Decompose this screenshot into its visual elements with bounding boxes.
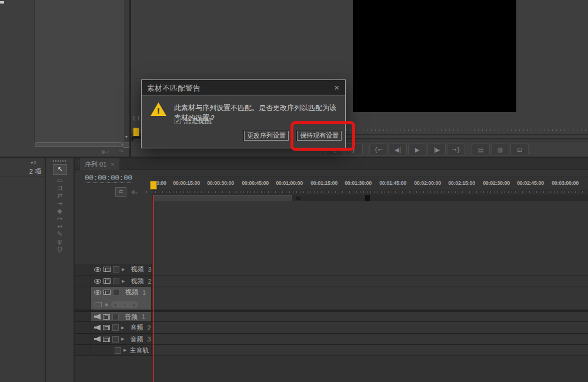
display-style-icon[interactable] [95,302,102,307]
track-lock-checkbox[interactable] [113,266,119,273]
track-row-audio-2: ▶ 音频2 [75,322,588,334]
annotation-highlight-box [290,121,355,151]
dialog-title-bar[interactable]: 素材不匹配警告 × [142,80,345,95]
change-sequence-settings-button[interactable]: 更改序列设置 [244,131,289,141]
track-lane-video-2[interactable] [152,275,588,287]
timeline-empty-area [75,356,588,382]
zoom-tool-button[interactable]: Ϙ [46,245,74,253]
go-to-in-button[interactable]: {← [369,144,387,155]
keyframe-nav-control[interactable]: ◀ ● ▶ [111,301,138,308]
pen-tool-button[interactable]: ✎ [46,230,74,238]
track-number: 3 [148,266,151,273]
track-lane-audio-1[interactable] [152,312,588,321]
ruler-tick-label: 00:02:00:00 [414,180,441,186]
monitor-playhead[interactable] [133,128,139,136]
track-lock-checkbox[interactable] [112,324,119,331]
tab-close-icon[interactable]: × [111,161,114,168]
sync-lock-icon[interactable] [103,278,111,284]
panel-divider[interactable] [129,0,131,157]
lift-button[interactable]: ▤ [472,144,490,155]
horizontal-scrollbar-thumb[interactable] [35,142,123,147]
set-marker-button[interactable]: ◗ [145,188,148,195]
track-lane-audio-2[interactable] [152,322,588,333]
eye-icon[interactable] [94,267,101,272]
track-lane-audio-3[interactable] [152,334,588,344]
chapter-marker-icon: ◆ [131,188,136,195]
track-header-audio-3[interactable]: ▶ 音频3 [91,334,152,344]
track-header-audio-2[interactable]: ▶ 音频2 [91,322,152,333]
track-lock-checkbox[interactable] [113,289,119,295]
selection-tool-button[interactable]: ↖ [53,164,67,175]
timeline-ruler[interactable]: 00:00 00:00:15:00 00:00:30:00 00:00:45:0… [152,177,588,190]
play-audio-icon[interactable]: ▶♪ [102,148,109,155]
always-remind-row[interactable]: ✓ 总是提醒 [175,116,212,126]
collapse-triangle-icon[interactable]: ▶ [121,325,124,330]
speaker-icon[interactable] [94,314,101,320]
collapse-triangle-icon[interactable]: ▶ [121,337,124,341]
tab-sequence-01[interactable]: 序列 01× [80,158,119,170]
collapse-triangle-icon[interactable]: ▶ [122,267,125,272]
razor-tool-button[interactable]: ◆ [46,207,74,215]
work-area-end-cap[interactable] [365,195,370,201]
scroll-down-icon[interactable]: ▼ [124,135,129,139]
track-lane-video-1[interactable] [152,287,588,310]
panel-menu-icon[interactable]: ▾≡ [31,160,37,165]
panel-grip[interactable] [53,160,67,162]
eye-icon[interactable] [94,290,101,295]
track-name: 视频 [131,277,143,285]
sync-lock-icon[interactable] [103,337,110,342]
go-to-out-button[interactable]: →} [447,144,465,155]
sync-lock-icon[interactable] [103,267,111,272]
slide-tool-button[interactable]: ↔ [46,222,74,230]
track-lane-video-3[interactable] [152,264,588,275]
keyframe-diamond-icon[interactable]: ◆ [105,302,108,307]
track-header-master[interactable]: ▶ 主音轨 ▶◀ [91,345,152,356]
track-lock-checkbox[interactable] [115,347,121,354]
export-frame-button[interactable]: ⊡ [510,144,529,155]
next-keyframe-icon[interactable]: ▶ [133,303,136,307]
playhead-handle[interactable] [150,181,157,190]
play-button[interactable]: ▶ [408,144,426,155]
track-select-tool-button[interactable]: ▭ [46,177,74,184]
sync-lock-icon[interactable] [103,325,110,330]
track-name: 音频 [125,313,138,321]
rate-stretch-tool-button[interactable]: ⇥ [46,200,74,207]
speaker-icon[interactable] [94,336,101,342]
track-header-video-3[interactable]: ▶ 视频3 [91,264,152,275]
timecode-display[interactable]: 00:00:00:00 [85,173,132,183]
always-remind-checkbox[interactable]: ✓ [175,118,181,124]
snap-toggle-button[interactable]: ⊂ [115,187,126,197]
speaker-icon[interactable] [94,325,101,331]
dialog-close-icon[interactable]: × [334,82,339,92]
track-header-video-2[interactable]: ▶ 视频2 [91,275,152,287]
track-header-video-1[interactable]: 视频1 ◆ ◀ ● ▶ [91,287,152,310]
sync-lock-icon[interactable] [103,290,111,295]
ripple-edit-tool-button[interactable]: ⇉ [46,184,74,192]
rolling-edit-tool-button[interactable]: ⇄ [46,192,74,200]
chapter-marker-button[interactable]: ◆▾ [131,188,138,195]
divider [0,177,45,177]
eye-icon[interactable] [94,279,101,284]
add-keyframe-icon[interactable]: ● [123,303,126,307]
extract-button[interactable]: ▥ [491,144,509,155]
vertical-scrollbar[interactable]: ▼ [124,0,129,147]
hand-tool-button[interactable]: ψ [46,238,74,245]
track-lock-checkbox[interactable] [113,278,119,284]
collapse-triangle-icon[interactable]: ▶ [122,279,125,284]
collapse-triangle-icon[interactable]: ▶ [123,348,126,353]
step-back-button[interactable]: ◀| [389,144,407,155]
track-lane-master[interactable] [152,345,588,356]
track-lock-checkbox[interactable] [112,314,119,320]
step-forward-button[interactable]: |▶ [427,144,446,155]
track-number: 2 [147,324,151,331]
track-header-audio-1[interactable]: 音频1 [91,312,152,321]
prev-keyframe-icon[interactable]: ◀ [113,303,116,307]
sync-lock-icon[interactable] [103,314,110,320]
track-edge [75,287,91,310]
track-name: 主音轨 [129,346,149,355]
work-area-bar[interactable] [154,195,292,201]
loop-icon[interactable]: ↷ [119,148,123,155]
slip-tool-button[interactable]: ↦ [46,215,74,222]
work-area-handle[interactable] [296,197,300,200]
track-lock-checkbox[interactable] [112,336,119,343]
